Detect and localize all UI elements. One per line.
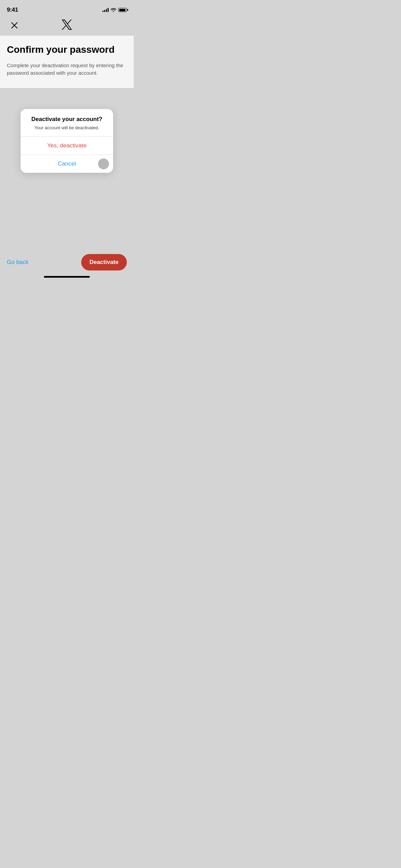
close-icon [11, 22, 18, 29]
modal-title: Deactivate your account? [27, 116, 106, 123]
battery-icon [118, 8, 127, 12]
go-back-button[interactable]: Go back [7, 256, 28, 268]
status-icons [102, 8, 127, 12]
deactivate-button[interactable]: Deactivate [81, 254, 127, 270]
page-title: Confirm your password [7, 44, 127, 56]
cancel-button[interactable]: Cancel [21, 155, 113, 173]
cancel-label: Cancel [58, 160, 76, 167]
status-bar: 9:41 [0, 0, 134, 15]
touch-indicator [98, 158, 109, 169]
yes-deactivate-button[interactable]: Yes, deactivate [21, 137, 113, 155]
modal-subtitle: Your account will be deactivated. [27, 125, 106, 131]
modal-header: Deactivate your account? Your account wi… [21, 109, 113, 136]
page-description: Complete your deactivation request by en… [7, 62, 127, 77]
signal-icon [102, 8, 109, 12]
wifi-icon [111, 8, 116, 12]
x-logo [61, 20, 72, 32]
status-time: 9:41 [7, 7, 18, 13]
nav-bar [0, 15, 134, 36]
main-content: Confirm your password Complete your deac… [0, 36, 134, 88]
modal-dialog: Deactivate your account? Your account wi… [21, 109, 113, 173]
bottom-bar: Go back Deactivate [0, 249, 134, 289]
content-body: Deactivate your account? Your account wi… [0, 88, 134, 289]
bottom-actions: Go back Deactivate [7, 249, 127, 276]
page-container: 9:41 [0, 0, 134, 289]
home-indicator [44, 276, 90, 278]
close-button[interactable] [7, 18, 22, 33]
